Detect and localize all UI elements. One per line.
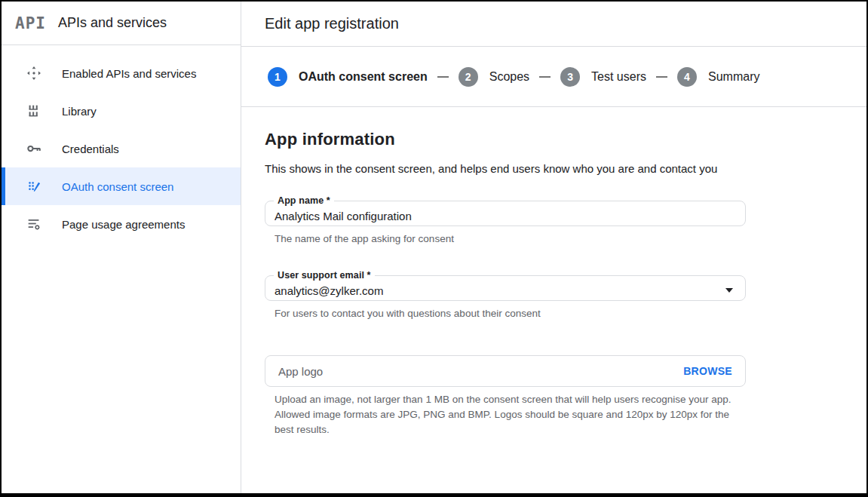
sidebar: API APIs and services Enabled APIs and s… (2, 2, 241, 493)
sidebar-item-label: Library (62, 105, 97, 118)
app-name-input[interactable] (275, 210, 736, 222)
sidebar-item-label: Page usage agreements (62, 218, 185, 231)
page-title: Edit app registration (265, 15, 399, 32)
step-label: Scopes (489, 70, 529, 84)
step-summary[interactable]: 4 Summary (677, 67, 759, 87)
step-label: Summary (708, 70, 759, 84)
step-oauth-consent-screen[interactable]: 1 OAuth consent screen (268, 67, 428, 87)
app-name-field: App name * (265, 195, 746, 226)
app-logo-field-group: App logo BROWSE Upload an image, not lar… (265, 355, 746, 437)
app-name-field-group: App name * The name of the app asking fo… (265, 195, 746, 247)
sidebar-title: APIs and services (58, 15, 167, 31)
page-usage-agreements-icon (26, 216, 42, 232)
sidebar-item-library[interactable]: Library (2, 92, 241, 130)
step-connector (437, 76, 449, 78)
sidebar-header: API APIs and services (2, 2, 241, 45)
dropdown-arrow-icon[interactable] (725, 288, 733, 293)
sidebar-item-label: OAuth consent screen (62, 180, 173, 193)
main-header: Edit app registration (241, 2, 866, 47)
step-number-badge: 4 (677, 67, 697, 87)
support-email-field-group: User support email * For users to contac… (265, 270, 746, 321)
app-window: API APIs and services Enabled APIs and s… (2, 2, 866, 493)
app-logo-helper: Upload an image, not larger than 1 MB on… (275, 392, 746, 437)
step-test-users[interactable]: 3 Test users (560, 67, 646, 87)
sidebar-item-label: Enabled APIs and services (62, 67, 196, 80)
support-email-label: User support email * (274, 270, 375, 281)
sidebar-nav: Enabled APIs and services Library (2, 45, 241, 243)
step-number-badge: 3 (560, 67, 580, 87)
step-number-badge: 2 (459, 67, 478, 87)
sidebar-item-label: Credentials (62, 143, 119, 155)
app-name-helper: The name of the app asking for consent (275, 232, 746, 247)
support-email-helper: For users to contact you with questions … (275, 306, 746, 321)
step-connector (656, 76, 667, 78)
wizard-stepper: 1 OAuth consent screen 2 Scopes 3 Test u… (241, 47, 866, 107)
library-icon (26, 103, 42, 119)
section-description: This shows in the consent screen, and he… (265, 159, 741, 179)
sidebar-item-credentials[interactable]: Credentials (2, 130, 241, 167)
app-logo-upload-field[interactable]: App logo BROWSE (265, 355, 746, 387)
sidebar-item-page-usage[interactable]: Page usage agreements (2, 205, 241, 243)
sidebar-item-enabled-apis[interactable]: Enabled APIs and services (2, 54, 241, 92)
app-name-label: App name * (274, 195, 334, 206)
step-scopes[interactable]: 2 Scopes (459, 67, 529, 87)
main-panel: Edit app registration 1 OAuth consent sc… (241, 2, 866, 493)
sidebar-item-oauth-consent[interactable]: OAuth consent screen (2, 167, 241, 205)
browse-button[interactable]: BROWSE (683, 365, 732, 377)
key-icon (26, 140, 42, 157)
enabled-apis-icon (26, 65, 42, 81)
support-email-field: User support email * (265, 270, 746, 301)
api-logo: API (15, 14, 46, 32)
step-number-badge: 1 (268, 67, 287, 87)
app-logo-placeholder: App logo (278, 365, 683, 378)
step-label: OAuth consent screen (299, 70, 428, 84)
support-email-select[interactable] (275, 284, 725, 297)
section-title: App information (265, 130, 866, 149)
step-label: Test users (591, 70, 646, 84)
step-connector (539, 76, 551, 78)
form-area: App information This shows in the consen… (241, 107, 866, 437)
oauth-consent-icon (26, 178, 42, 195)
